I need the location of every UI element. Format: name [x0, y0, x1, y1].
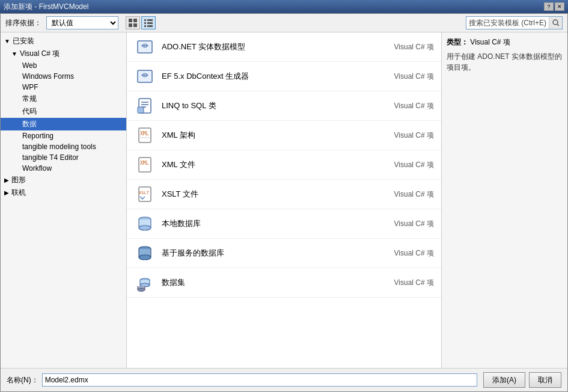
sidebar: ▼ 已安装 ▼ Visual C# 项 Web Windows Forms WP…	[1, 32, 127, 368]
type-label: 类型：	[447, 38, 468, 46]
visual-csharp-triangle: ▼	[11, 51, 17, 57]
center-panel: ADO.NET 实体数据模型 Visual C# 项 EF 5.x DbCont…	[127, 32, 441, 368]
sidebar-item-web[interactable]: Web	[1, 60, 126, 71]
title-text: 添加新项 - FirstMVCModel	[4, 2, 88, 12]
linq-category: Visual C# 项	[374, 101, 434, 111]
sort-select[interactable]: 默认值	[46, 16, 118, 29]
search-box: 搜索已安装模板 (Ctrl+E)	[466, 16, 563, 29]
svg-rect-7	[147, 22, 153, 24]
right-panel-desc: 用于创建 ADO.NET 实体数据模型的项目项。	[447, 51, 563, 73]
svg-text:XML: XML	[140, 161, 149, 166]
item-row-db-local[interactable]: 本地数据库 Visual C# 项	[127, 209, 441, 239]
db-server-category: Visual C# 项	[374, 248, 434, 259]
online-triangle: ▶	[4, 189, 9, 196]
linq-icon	[134, 95, 156, 117]
svg-point-17	[144, 75, 146, 76]
xslt-name: XSLT 文件	[162, 189, 374, 200]
xml-arch-name: XML 架构	[162, 130, 374, 141]
search-label: 搜索已安装模板 (Ctrl+E)	[466, 18, 549, 28]
db-server-name: 基于服务的数据库	[162, 248, 374, 259]
online-header[interactable]: ▶ 联机	[1, 186, 126, 199]
sidebar-item-tangible-t4[interactable]: tangible T4 Editor	[1, 152, 126, 163]
svg-rect-0	[129, 19, 132, 22]
dataset-name: 数据集	[162, 277, 374, 288]
name-input[interactable]	[42, 373, 477, 387]
grid-view-button[interactable]	[126, 16, 140, 29]
list-view-button[interactable]	[141, 16, 156, 29]
online-label: 联机	[11, 188, 26, 198]
sidebar-item-tangible-tools[interactable]: tangible modeling tools	[1, 141, 126, 152]
ado-category: Visual C# 项	[374, 42, 434, 52]
cancel-button[interactable]: 取消	[529, 372, 561, 388]
ef-icon	[134, 66, 156, 87]
item-row-linq[interactable]: LINQ to SQL 类 Visual C# 项	[127, 91, 441, 121]
xml-file-icon: XML	[134, 154, 156, 176]
type-value: Visual C# 项	[470, 38, 510, 46]
svg-point-14	[144, 45, 146, 47]
svg-rect-8	[144, 25, 146, 27]
item-row-db-server[interactable]: 基于服务的数据库 Visual C# 项	[127, 239, 441, 268]
xml-arch-icon: XML	[134, 124, 156, 146]
add-button[interactable]: 添加(A)	[483, 372, 525, 388]
bottom-buttons: 添加(A) 取消	[483, 372, 561, 388]
item-row-ado[interactable]: ADO.NET 实体数据模型 Visual C# 项	[127, 32, 441, 62]
sidebar-item-windowsforms[interactable]: Windows Forms	[1, 71, 126, 82]
dialog: 排序依据： 默认值 搜索已安装模板 (Ctrl+E) ▼ 已安装	[0, 13, 568, 392]
svg-line-11	[557, 24, 559, 26]
right-panel-type: 类型： Visual C# 项	[447, 37, 563, 47]
visual-csharp-header[interactable]: ▼ Visual C# 项	[1, 47, 126, 60]
svg-rect-22	[138, 107, 144, 113]
title-buttons: ? ✕	[544, 2, 564, 11]
visual-csharp-section: ▼ Visual C# 项 Web Windows Forms WPF 常规 代…	[1, 47, 126, 174]
item-row-xslt[interactable]: XSLT XSLT 文件 Visual C# 项	[127, 180, 441, 209]
name-label: 名称(N)：	[7, 375, 38, 385]
visual-csharp-label: Visual C# 项	[20, 49, 60, 59]
xml-file-name: XML 文件	[162, 159, 374, 170]
main-content: ▼ 已安装 ▼ Visual C# 项 Web Windows Forms WP…	[1, 32, 567, 368]
svg-point-31	[139, 225, 151, 230]
sidebar-item-code[interactable]: 代码	[1, 105, 126, 118]
linq-name: LINQ to SQL 类	[162, 100, 374, 111]
svg-point-10	[553, 20, 558, 25]
sidebar-item-workflow[interactable]: Workflow	[1, 163, 126, 174]
svg-text:XSLT: XSLT	[139, 191, 150, 195]
item-row-xml-file[interactable]: XML XML 文件 Visual C# 项	[127, 150, 441, 180]
svg-rect-2	[129, 23, 132, 27]
item-row-dataset[interactable]: 数据集 Visual C# 项	[127, 268, 441, 298]
svg-rect-6	[144, 22, 146, 24]
sidebar-item-reporting[interactable]: Reporting	[1, 130, 126, 141]
svg-point-41	[138, 289, 145, 292]
installed-label: 已安装	[13, 36, 34, 46]
installed-header[interactable]: ▼ 已安装	[1, 35, 126, 47]
graphics-header[interactable]: ▶ 图形	[1, 174, 126, 186]
close-button[interactable]: ✕	[555, 2, 564, 11]
view-icons	[126, 16, 156, 29]
graphics-label: 图形	[11, 175, 26, 185]
xslt-category: Visual C# 项	[374, 189, 434, 200]
db-server-icon	[134, 242, 156, 264]
right-panel: 类型： Visual C# 项 用于创建 ADO.NET 实体数据模型的项目项。	[441, 32, 567, 368]
dataset-category: Visual C# 项	[374, 278, 434, 288]
item-row-xml-arch[interactable]: XML XML 架构 Visual C# 项	[127, 121, 441, 150]
xml-file-category: Visual C# 项	[374, 160, 434, 170]
svg-text:XML: XML	[140, 131, 149, 136]
ef-name: EF 5.x DbContext 生成器	[162, 71, 374, 82]
ado-name: ADO.NET 实体数据模型	[162, 41, 374, 52]
sidebar-item-general[interactable]: 常规	[1, 93, 126, 105]
title-bar: 添加新项 - FirstMVCModel ? ✕	[0, 0, 568, 13]
item-row-ef[interactable]: EF 5.x DbContext 生成器 Visual C# 项	[127, 62, 441, 91]
bottom-bar: 名称(N)： 添加(A) 取消	[1, 368, 567, 391]
xslt-icon: XSLT	[134, 183, 156, 205]
installed-section: ▼ 已安装 ▼ Visual C# 项 Web Windows Forms WP…	[1, 35, 126, 199]
help-button[interactable]: ?	[544, 2, 554, 11]
svg-rect-1	[133, 19, 137, 22]
ef-category: Visual C# 项	[374, 72, 434, 82]
sidebar-item-data[interactable]: 数据	[1, 118, 126, 130]
search-button[interactable]	[549, 17, 562, 29]
svg-rect-9	[147, 25, 153, 27]
svg-rect-3	[133, 23, 137, 27]
installed-triangle: ▼	[4, 38, 10, 44]
toolbar: 排序依据： 默认值 搜索已安装模板 (Ctrl+E)	[1, 14, 567, 32]
sidebar-item-wpf[interactable]: WPF	[1, 82, 126, 93]
svg-rect-5	[147, 19, 153, 21]
